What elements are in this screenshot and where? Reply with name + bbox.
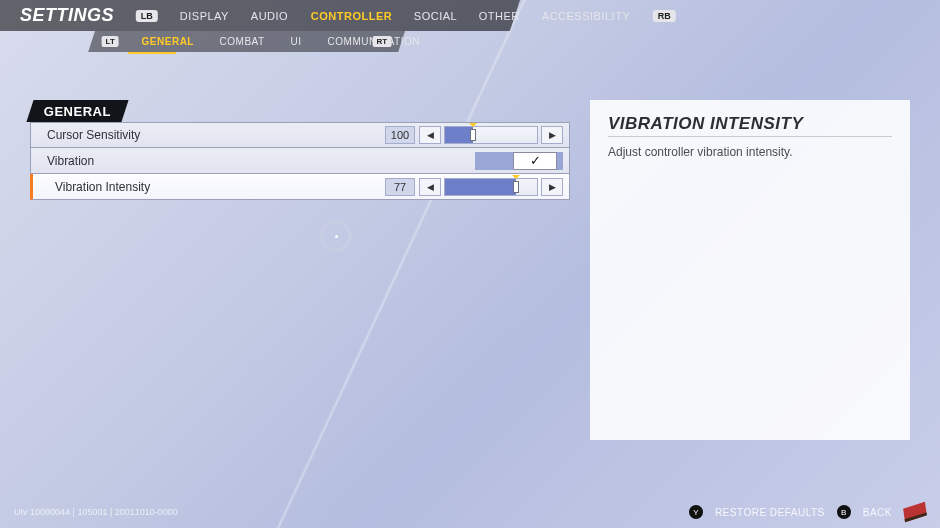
tab-social[interactable]: SOCIAL <box>414 10 457 22</box>
tab-audio[interactable]: AUDIO <box>251 10 288 22</box>
info-panel: VIBRATION INTENSITY Adjust controller vi… <box>590 100 910 440</box>
subtab-general[interactable]: GENERAL <box>142 36 194 47</box>
cursor-ring-icon <box>320 220 352 252</box>
build-info: UIv 10000044 | 105001 | 20011010-0000 <box>14 507 178 517</box>
slider-default-tick-icon <box>469 123 477 127</box>
top-tab-bar: SETTINGS LB DISPLAY AUDIO CONTROLLER SOC… <box>0 0 520 31</box>
increase-button[interactable]: ▶ <box>541 178 563 196</box>
slider-handle[interactable] <box>470 129 476 141</box>
increase-button[interactable]: ▶ <box>541 126 563 144</box>
restore-defaults-label: RESTORE DEFAULTS <box>715 507 825 518</box>
tab-display[interactable]: DISPLAY <box>180 10 229 22</box>
active-subtab-underline <box>128 52 176 54</box>
b-button-icon[interactable]: B <box>837 505 851 519</box>
row-label: Vibration Intensity <box>55 180 385 194</box>
value-box: 100 <box>385 126 415 144</box>
settings-list: GENERAL Cursor Sensitivity 100 ◀ ▶ Vibra… <box>30 100 570 440</box>
checkbox-cell: ✓ <box>475 152 563 170</box>
subtab-ui[interactable]: UI <box>291 36 302 47</box>
footer-decoration-icon <box>903 502 927 522</box>
lb-bumper-icon[interactable]: LB <box>136 10 158 22</box>
slider-cursor-sensitivity[interactable] <box>444 126 538 144</box>
decrease-button[interactable]: ◀ <box>419 178 441 196</box>
tab-accessibility[interactable]: ACCESSIBILITY <box>542 10 630 22</box>
slider-default-tick-icon <box>512 175 520 179</box>
footer-bar: UIv 10000044 | 105001 | 20011010-0000 Y … <box>0 502 940 522</box>
vibration-checkbox[interactable]: ✓ <box>513 152 557 170</box>
section-header: GENERAL <box>30 100 570 122</box>
row-label: Cursor Sensitivity <box>47 128 385 142</box>
section-title: GENERAL <box>44 104 111 119</box>
info-title: VIBRATION INTENSITY <box>608 114 892 134</box>
tab-controller[interactable]: CONTROLLER <box>310 10 391 22</box>
slider-fill <box>445 179 516 195</box>
row-vibration[interactable]: Vibration ✓ <box>30 148 570 174</box>
back-label: BACK <box>863 507 892 518</box>
info-divider <box>608 136 892 137</box>
settings-title: SETTINGS <box>20 5 114 26</box>
tab-other[interactable]: OTHER <box>479 10 520 22</box>
lt-trigger-icon[interactable]: LT <box>102 36 119 47</box>
row-cursor-sensitivity[interactable]: Cursor Sensitivity 100 ◀ ▶ <box>30 122 570 148</box>
slider-handle[interactable] <box>513 181 519 193</box>
row-label: Vibration <box>47 154 475 168</box>
row-vibration-intensity[interactable]: Vibration Intensity 77 ◀ ▶ <box>30 174 570 200</box>
y-button-icon[interactable]: Y <box>689 505 703 519</box>
sub-tab-bar: LT GENERAL COMBAT UI COMMUNICATION RT <box>88 31 405 52</box>
info-description: Adjust controller vibration intensity. <box>608 145 892 159</box>
slider-fill <box>445 127 473 143</box>
slider-vibration-intensity[interactable] <box>444 178 538 196</box>
value-box: 77 <box>385 178 415 196</box>
rt-trigger-icon[interactable]: RT <box>373 36 392 47</box>
subtab-combat[interactable]: COMBAT <box>220 36 265 47</box>
decrease-button[interactable]: ◀ <box>419 126 441 144</box>
rb-bumper-icon[interactable]: RB <box>653 10 676 22</box>
